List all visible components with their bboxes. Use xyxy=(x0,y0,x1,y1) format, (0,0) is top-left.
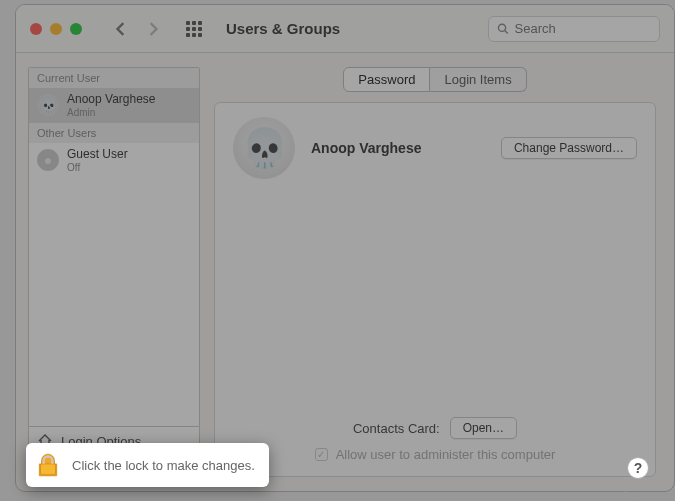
show-all-icon[interactable] xyxy=(186,21,202,37)
open-contacts-button[interactable]: Open… xyxy=(450,417,517,439)
search-input[interactable] xyxy=(515,21,651,36)
user-name: Guest User xyxy=(67,148,128,162)
content: Current User 💀 Anoop Varghese Admin Othe… xyxy=(16,53,674,491)
user-header: 💀 Anoop Varghese Change Password… xyxy=(233,117,637,179)
main-panel: Password Login Items 💀 Anoop Varghese Ch… xyxy=(214,67,656,477)
zoom-icon[interactable] xyxy=(70,23,82,35)
avatar-icon: 💀 xyxy=(37,94,59,116)
prefs-window: Users & Groups Current User 💀 Anoop Varg… xyxy=(15,4,675,492)
tab-password[interactable]: Password xyxy=(343,67,430,92)
user-name: Anoop Varghese xyxy=(67,93,156,107)
svg-rect-1 xyxy=(40,464,55,475)
lock-hint-text: Click the lock to make changes. xyxy=(72,458,255,473)
sidebar: Current User 💀 Anoop Varghese Admin Othe… xyxy=(28,67,200,477)
admin-checkbox: ✓ xyxy=(315,448,328,461)
watermark: www.deuaq.com xyxy=(598,489,671,499)
contacts-label: Contacts Card: xyxy=(353,421,440,436)
password-panel: 💀 Anoop Varghese Change Password… Contac… xyxy=(214,102,656,477)
search-field[interactable] xyxy=(488,16,660,42)
close-icon[interactable] xyxy=(30,23,42,35)
admin-checkbox-label: Allow user to administer this computer xyxy=(336,447,556,462)
minimize-icon[interactable] xyxy=(50,23,62,35)
sidebar-user-current[interactable]: 💀 Anoop Varghese Admin xyxy=(29,88,199,123)
user-role: Admin xyxy=(67,107,156,118)
window-controls xyxy=(30,23,82,35)
tab-bar: Password Login Items xyxy=(214,67,656,92)
section-header-other: Other Users xyxy=(29,123,199,143)
avatar-large[interactable]: 💀 xyxy=(233,117,295,179)
lock-callout: Click the lock to make changes. xyxy=(26,443,269,487)
user-status: Off xyxy=(67,162,128,173)
svg-point-0 xyxy=(498,24,505,31)
display-name: Anoop Varghese xyxy=(311,140,421,156)
tab-login-items[interactable]: Login Items xyxy=(430,67,526,92)
page-title: Users & Groups xyxy=(226,20,340,37)
admin-row: ✓ Allow user to administer this computer xyxy=(233,447,637,462)
contacts-row: Contacts Card: Open… xyxy=(233,417,637,439)
section-header-current: Current User xyxy=(29,68,199,88)
titlebar: Users & Groups xyxy=(16,5,674,53)
user-list: Current User 💀 Anoop Varghese Admin Othe… xyxy=(28,67,200,427)
help-button[interactable]: ? xyxy=(627,457,649,479)
change-password-button[interactable]: Change Password… xyxy=(501,137,637,159)
lock-icon[interactable] xyxy=(34,451,62,479)
search-icon xyxy=(497,22,509,35)
forward-icon[interactable] xyxy=(146,22,160,36)
back-icon[interactable] xyxy=(114,22,128,36)
avatar-icon: ● xyxy=(37,149,59,171)
nav-arrows xyxy=(114,22,160,36)
sidebar-user-guest[interactable]: ● Guest User Off xyxy=(29,143,199,178)
